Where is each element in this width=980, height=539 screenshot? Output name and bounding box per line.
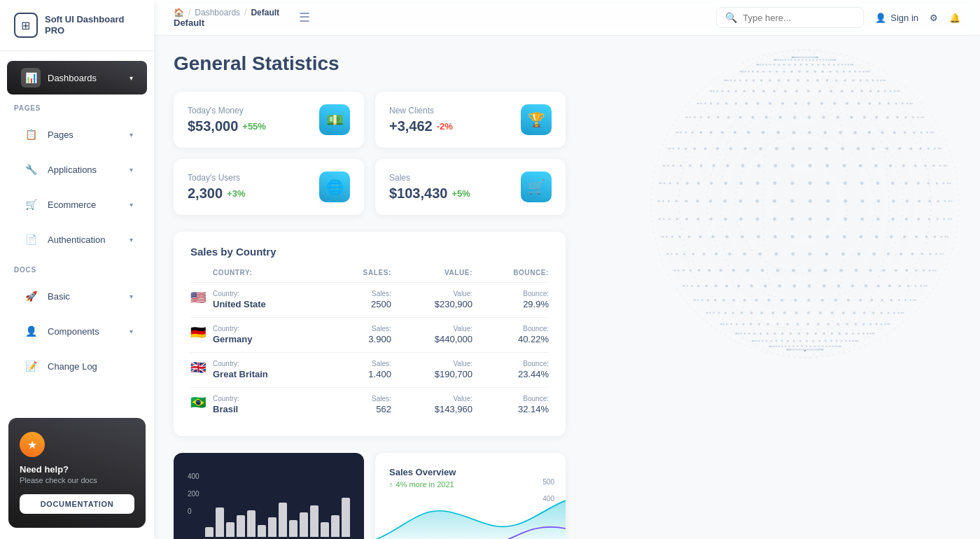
changelog-icon: 📝 <box>21 356 41 376</box>
y-label-200: 200 <box>188 490 200 498</box>
col-sales: Sales: <box>331 269 391 283</box>
breadcrumb-sep2: / <box>244 8 246 18</box>
stat-card-clients: New Clients +3,462 -2% 🏆 <box>375 92 566 148</box>
table-row: 🇬🇧 Country: Great Britain Sales: 1.400 V… <box>190 353 549 388</box>
search-input[interactable] <box>743 13 855 23</box>
sidebar-logo: ⊞ Soft UI Dashboard PRO <box>0 0 154 51</box>
sales-by-country-title: Sales by Country <box>190 246 549 258</box>
bell-icon: 🔔 <box>949 13 960 23</box>
settings-button[interactable]: ⚙ <box>930 13 938 23</box>
y-label-400: 400 <box>188 472 200 480</box>
country-table: Country: Sales: Value: Bounce: 🇺🇸 Countr… <box>190 269 549 422</box>
sidebar-label-pages: Pages <box>48 130 74 140</box>
globe-decoration <box>560 36 980 386</box>
sidebar-item-authentication[interactable]: 📄 Authentication ▾ <box>7 223 147 256</box>
money-change: +55% <box>242 121 266 132</box>
sidebar-item-dashboards[interactable]: 📊 Dashboards ▾ <box>7 61 147 94</box>
sidebar-nav: 📊 Dashboards ▾ PAGES 📋 Pages ▾ 🔧 Applica… <box>0 51 154 407</box>
pages-icon: 📋 <box>21 125 41 144</box>
breadcrumb-nav: 🏠 / Dashboards / Default <box>174 8 279 18</box>
sales-overview-title: Sales Overview <box>389 467 552 477</box>
notification-button[interactable]: 🔔 <box>949 13 960 23</box>
stat-card-sales: Sales $103,430 +5% 🛒 <box>375 159 566 215</box>
sidebar-item-ecommerce[interactable]: 🛒 Ecommerce ▾ <box>7 188 147 221</box>
menu-toggle-button[interactable]: ☰ <box>299 10 310 25</box>
breadcrumb-default: Default <box>251 8 279 18</box>
sales-by-country-card: Sales by Country Country: Sales: Value: … <box>174 232 566 436</box>
clients-icon: 🏆 <box>521 104 552 135</box>
documentation-button[interactable]: DOCUMENTATION <box>20 494 134 514</box>
app-name: Soft UI Dashboard PRO <box>45 14 140 36</box>
top-header: 🏠 / Dashboards / Default Default ☰ 🔍 👤 S… <box>154 0 980 36</box>
stats-grid: Today's Money $53,000 +55% 💵 New Clients… <box>174 92 566 215</box>
sidebar-item-pages[interactable]: 📋 Pages ▾ <box>7 118 147 151</box>
y-label-500: 500 <box>542 478 554 486</box>
sidebar-label-auth: Authentication <box>48 234 105 245</box>
sidebar-item-applications[interactable]: 🔧 Applications ▾ <box>7 153 147 186</box>
sidebar-item-basic[interactable]: 🚀 Basic ▾ <box>7 279 147 313</box>
sales-change: +5% <box>451 188 470 199</box>
applications-icon: 🔧 <box>21 160 41 179</box>
sidebar-item-changelog[interactable]: 📝 Change Log <box>7 349 147 383</box>
table-row: 🇩🇪 Country: Germany Sales: 3.900 Value: … <box>190 318 549 353</box>
y-label-400: 400 <box>542 495 554 503</box>
components-icon: 👤 <box>21 321 41 341</box>
col-value: Value: <box>391 269 472 283</box>
ecommerce-arrow: ▾ <box>130 201 133 209</box>
clients-label: New Clients <box>389 106 453 115</box>
settings-icon: ⚙ <box>930 13 938 23</box>
breadcrumb-home-icon: 🏠 <box>174 8 184 18</box>
help-subtitle: Please check our docs <box>20 476 134 484</box>
auth-icon: 📄 <box>21 230 41 249</box>
svg-point-5 <box>721 50 889 358</box>
clients-change: -2% <box>437 121 453 132</box>
page-heading: General Statistics <box>174 52 960 75</box>
main-content: General Statistics Today's Money $53,000… <box>154 36 980 539</box>
sidebar-label-changelog: Change Log <box>48 361 97 372</box>
svg-point-0 <box>651 50 959 358</box>
svg-point-4 <box>763 50 847 358</box>
money-value: $53,000 +55% <box>188 118 266 134</box>
sales-icon: 🛒 <box>521 172 552 202</box>
user-icon: 👤 <box>875 13 886 23</box>
sales-value: $103,430 +5% <box>389 186 470 202</box>
table-row: 🇺🇸 Country: United State Sales: 2500 Val… <box>190 283 549 318</box>
sales-label: Sales <box>389 173 470 183</box>
dashboards-icon: 📊 <box>21 68 41 88</box>
clients-value: +3,462 -2% <box>389 118 453 134</box>
sales-overview-sub: ↑ 4% more in 2021 <box>389 480 552 489</box>
sign-in-button[interactable]: 👤 Sign in <box>875 13 918 23</box>
basic-icon: 🚀 <box>21 286 41 306</box>
svg-point-7 <box>651 50 959 358</box>
page-title: Default <box>174 18 279 28</box>
users-icon: 🌐 <box>319 172 350 202</box>
svg-point-2 <box>707 106 903 302</box>
users-value: 2,300 +3% <box>188 186 245 202</box>
help-star-icon: ★ <box>20 432 45 457</box>
arrow-up-icon: ↑ <box>389 480 393 489</box>
svg-point-3 <box>735 134 875 274</box>
sidebar-label-components: Components <box>48 326 99 337</box>
breadcrumb-dashboards: Dashboards <box>195 8 240 18</box>
basic-arrow: ▾ <box>130 293 133 300</box>
stat-card-money: Today's Money $53,000 +55% 💵 <box>174 92 364 148</box>
search-icon: 🔍 <box>725 12 737 23</box>
sidebar-label-ecommerce: Ecommerce <box>48 200 96 210</box>
help-title: Need help? <box>20 464 134 475</box>
users-label: Today's Users <box>188 173 245 183</box>
bottom-charts: 400 200 0 <box>174 453 566 539</box>
search-box: 🔍 <box>716 7 864 28</box>
col-country: Country: <box>213 269 331 283</box>
col-bounce: Bounce: <box>472 269 549 283</box>
svg-point-6 <box>679 50 931 358</box>
sidebar-label-dashboards: Dashboards <box>48 73 97 83</box>
line-chart-card: Sales Overview ↑ 4% more in 2021 <box>375 453 566 539</box>
components-arrow: ▾ <box>130 328 133 335</box>
users-change: +3% <box>227 188 245 199</box>
sidebar-item-components[interactable]: 👤 Components ▾ <box>7 314 147 348</box>
applications-arrow: ▾ <box>130 166 133 174</box>
logo-icon: ⊞ <box>14 13 38 38</box>
stat-card-users: Today's Users 2,300 +3% 🌐 <box>174 159 364 215</box>
sidebar: ⊞ Soft UI Dashboard PRO 📊 Dashboards ▾ P… <box>0 0 154 539</box>
breadcrumb: 🏠 / Dashboards / Default Default <box>174 8 279 28</box>
